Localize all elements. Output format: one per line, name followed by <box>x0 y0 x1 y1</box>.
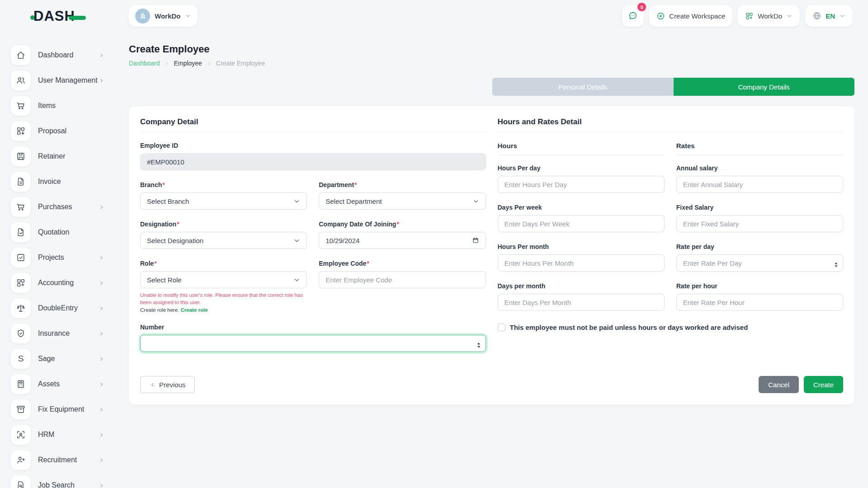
chevron-right-icon <box>99 483 104 488</box>
divider <box>498 155 665 155</box>
create-employee-card: Company Detail Employee ID #EMP00010 Bra… <box>129 106 854 404</box>
sidebar-item-retainer[interactable]: Retainer <box>0 144 116 169</box>
logo-dash-icon <box>69 16 86 20</box>
sidebar-item-sage[interactable]: S Sage <box>0 346 116 371</box>
chevron-down-icon <box>293 277 300 283</box>
create-role-link[interactable]: Create role <box>181 307 208 313</box>
joining-date-label: Company Date Of Joining* <box>319 221 486 228</box>
chevron-right-icon <box>99 305 104 311</box>
joining-date-input[interactable]: 10/29/2024 <box>319 232 486 249</box>
department-select[interactable]: Select Department <box>319 192 486 210</box>
archive-box-icon <box>11 399 31 419</box>
sidebar-item-doubleentry[interactable]: DoubleEntry <box>0 296 116 321</box>
branch-select[interactable]: Select Branch <box>140 192 307 210</box>
designation-select[interactable]: Select Designation <box>140 232 307 249</box>
chevron-right-icon <box>99 204 104 210</box>
messages-button[interactable]: 0 <box>622 5 644 27</box>
rates-subheading: Rates <box>676 142 843 150</box>
sidebar-item-invoice[interactable]: Invoice <box>0 169 116 194</box>
scale-icon <box>11 298 31 318</box>
clipboard-check-icon <box>11 248 31 267</box>
number-stepper[interactable] <box>476 342 481 348</box>
users-icon <box>11 70 31 90</box>
number-input[interactable] <box>140 335 486 352</box>
employee-code-label: Employee Code* <box>319 260 486 267</box>
calculator-icon <box>11 374 31 394</box>
sidebar-item-hrm[interactable]: HRM <box>0 422 116 447</box>
sidebar-item-dashboard[interactable]: Dashboard <box>0 42 116 68</box>
calendar-icon <box>472 237 479 244</box>
page-title: Create Employee <box>129 43 854 55</box>
tab-personal-details[interactable]: Personal Details <box>492 78 674 96</box>
chevron-down-icon <box>839 13 845 19</box>
divider <box>140 132 486 133</box>
divider <box>676 155 843 155</box>
sidebar-item-quotation[interactable]: Quotation <box>0 220 116 245</box>
hours-per-month-input[interactable] <box>498 254 665 272</box>
role-label: Role* <box>140 260 307 267</box>
file-check-icon <box>11 222 31 242</box>
required-marker: * <box>154 260 156 267</box>
workspace-selector[interactable]: WorkDo <box>129 5 198 27</box>
fixed-salary-input[interactable] <box>676 215 843 232</box>
required-marker: * <box>367 260 369 267</box>
tab-company-details[interactable]: Company Details <box>674 78 855 96</box>
rate-per-hour-input[interactable] <box>676 294 843 311</box>
required-marker: * <box>162 181 165 188</box>
sidebar-item-fix-equipment[interactable]: Fix Equipment <box>0 397 116 422</box>
breadcrumb-employee-link[interactable]: Employee <box>174 60 202 67</box>
no-pay-checkbox-row[interactable]: This employee must not be paid unless ho… <box>498 324 844 331</box>
sidebar-item-accounting[interactable]: Accounting <box>0 270 116 296</box>
chevron-right-icon <box>207 61 212 66</box>
employee-id-field: #EMP00010 <box>140 153 486 170</box>
designation-label: Designation* <box>140 221 307 228</box>
sidebar-item-user-management[interactable]: User Management <box>0 68 116 93</box>
save-icon <box>11 146 31 166</box>
workspace-menu-button[interactable]: WorkDo <box>738 5 800 27</box>
cancel-button[interactable]: Cancel <box>759 376 799 393</box>
sidebar-item-assets[interactable]: Assets <box>0 371 116 397</box>
chevron-right-icon <box>99 407 104 413</box>
company-detail-heading: Company Detail <box>140 117 486 127</box>
create-button[interactable]: Create <box>804 376 843 393</box>
language-menu-button[interactable]: EN <box>805 5 853 27</box>
role-select[interactable]: Select Role <box>140 271 307 288</box>
days-per-month-input[interactable] <box>498 294 665 311</box>
required-marker: * <box>396 221 399 228</box>
chevron-right-icon <box>99 432 104 438</box>
hours-per-month-label: Hours Per month <box>498 243 665 250</box>
app-logo[interactable]: DASH <box>30 8 86 24</box>
days-per-week-input[interactable] <box>498 215 665 232</box>
annual-salary-input[interactable] <box>676 176 843 193</box>
fixed-salary-label: Fixed Salary <box>676 204 843 211</box>
breadcrumb-dashboard-link[interactable]: Dashboard <box>129 60 160 67</box>
chevron-down-icon <box>293 198 300 205</box>
create-workspace-button[interactable]: Create Workspace <box>649 5 732 27</box>
hours-per-day-label: Hours Per day <box>498 164 665 172</box>
globe-icon <box>812 11 821 20</box>
hours-per-day-input[interactable] <box>498 176 665 193</box>
topbar-actions: 0 Create Workspace WorkDo EN <box>622 5 853 27</box>
chevron-right-icon <box>165 61 170 66</box>
cart-icon <box>11 96 31 116</box>
rate-per-day-stepper[interactable] <box>834 262 839 268</box>
messages-badge: 0 <box>637 3 646 11</box>
previous-button[interactable]: Previous <box>140 376 195 393</box>
sidebar-item-insurance[interactable]: Insurance <box>0 321 116 346</box>
sidebar-item-purchases[interactable]: Purchases <box>0 194 116 220</box>
employee-id-label: Employee ID <box>140 142 486 149</box>
sidebar-item-proposal[interactable]: Proposal <box>0 118 116 144</box>
create-workspace-label: Create Workspace <box>669 12 725 20</box>
sidebar-item-recruitment[interactable]: Recruitment <box>0 447 116 473</box>
workspace-selector-label: WorkDo <box>155 12 180 20</box>
chevron-down-icon <box>185 13 191 19</box>
user-plus-icon <box>11 450 31 470</box>
sidebar-item-projects[interactable]: Projects <box>0 245 116 270</box>
chevron-right-icon <box>99 381 104 387</box>
employee-code-input[interactable] <box>319 271 486 288</box>
rate-per-day-input[interactable] <box>676 254 843 272</box>
sidebar-item-job-search[interactable]: Job Search <box>0 473 116 488</box>
no-pay-checkbox[interactable] <box>498 324 505 331</box>
sidebar-item-items[interactable]: Items <box>0 93 116 118</box>
topbar: DASH WorkDo 0 Create Workspace <box>0 0 868 32</box>
